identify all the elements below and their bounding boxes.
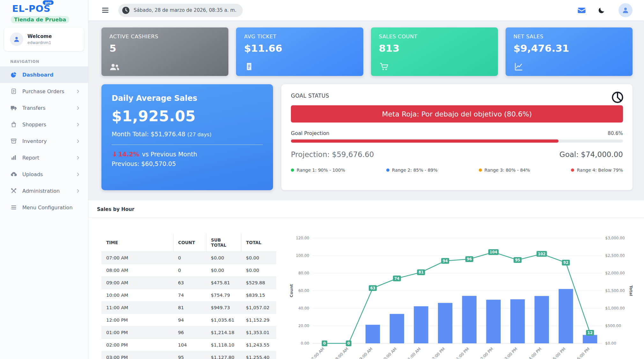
kpi-label: ACTIVE CASHIERS [109, 34, 220, 40]
table-cell: 08:00 AM [101, 264, 173, 277]
table-cell: 104 [173, 339, 206, 351]
sales-by-hour-title: Sales by Hour [88, 200, 644, 218]
brand: EL-POS pro Tienda de Prueba [0, 0, 88, 23]
chevron-right-icon [76, 89, 80, 94]
table-header-cell: SUB TOTAL [206, 234, 241, 252]
kpi-card-active-cashiers: ACTIVE CASHIERS5 [101, 27, 228, 76]
sidebar-item-dashboard[interactable]: Dashboard [0, 66, 88, 83]
sidebar-item-transfers[interactable]: Transfers [0, 100, 88, 116]
menu-toggle-icon[interactable] [101, 6, 109, 14]
sidebar: EL-POS pro Tienda de Prueba Welcome edwa… [0, 0, 88, 359]
table-row: 10:00 AM74$754.79$839.15 [101, 289, 276, 302]
sales-by-hour-table: TIMECOUNTSUB TOTALTOTAL 07:00 AM0$0.00$0… [101, 234, 276, 359]
mail-icon[interactable] [577, 6, 586, 15]
sidebar-item-purchase-orders[interactable]: Purchase Orders [0, 83, 88, 100]
transfers-icon [11, 105, 17, 111]
svg-text:81: 81 [418, 270, 424, 274]
range-legend-item: Range 4: Below 79% [571, 168, 623, 173]
table-cell: 01:00 PM [101, 326, 173, 339]
current-datetime: Sábado, 28 de marzo de 2026, 08:35 a. m. [134, 7, 236, 13]
date-pill: Sábado, 28 de marzo de 2026, 08:35 a. m. [118, 4, 243, 17]
table-cell: $0.00 [241, 252, 276, 264]
svg-text:$3,000.00: $3,000.00 [605, 236, 625, 240]
table-cell: 0 [173, 264, 206, 277]
dashboard-content: ACTIVE CASHIERS5AVG TICKET$11.66SALES CO… [88, 20, 644, 190]
svg-text:95: 95 [515, 258, 520, 262]
table-cell: $0.00 [206, 264, 241, 277]
table-cell: 12:00 PM [101, 314, 173, 326]
kpi-card-avg-ticket: AVG TICKET$11.66 [236, 27, 363, 76]
welcome-username: edwardnm1 [27, 40, 52, 45]
svg-text:06:00 PM: 06:00 PM [574, 347, 591, 359]
svg-text:74: 74 [394, 276, 399, 281]
svg-text:0.00: 0.00 [301, 341, 309, 346]
range-dot-icon [291, 168, 294, 172]
kpi-card-net-sales: NET SALES$9,476.31 [506, 27, 633, 76]
svg-text:$0.00: $0.00 [605, 341, 616, 346]
sidebar-item-administration[interactable]: Administration [0, 183, 88, 199]
svg-text:Count: Count [289, 284, 294, 297]
table-cell: $0.00 [241, 264, 276, 277]
goal-ranges-legend: Range 1: 90% - 100%Range 2: 85% - 89%Ran… [291, 168, 623, 173]
svg-text:Total: Total [629, 285, 633, 296]
sidebar-item-menu-configuration[interactable]: Menu Configuration [0, 199, 88, 216]
chevron-right-icon [76, 106, 80, 110]
profile-avatar[interactable] [618, 3, 633, 17]
table-cell: $1,057.02 [241, 302, 276, 314]
table-cell: 74 [173, 289, 206, 302]
svg-text:05:00 PM: 05:00 PM [550, 347, 566, 359]
svg-text:03:00 PM: 03:00 PM [502, 347, 518, 359]
user-avatar-icon [10, 33, 23, 46]
kpi-label: NET SALES [514, 34, 625, 40]
welcome-title: Welcome [27, 34, 52, 39]
receipt-icon [244, 62, 254, 71]
table-row: 08:00 AM0$0.00$0.00 [101, 264, 276, 277]
svg-text:$2,000.00: $2,000.00 [605, 271, 625, 275]
range-legend-item: Range 2: 85% - 89% [386, 168, 438, 173]
goal-alert-banner: Meta Roja: Por debajo del objetivo (80.6… [291, 105, 623, 123]
sidebar-item-label: Report [22, 155, 39, 161]
svg-text:08:00 AM: 08:00 AM [333, 347, 350, 359]
chevron-right-icon [76, 155, 80, 160]
chart-line-icon [514, 62, 524, 71]
svg-text:04:00 PM: 04:00 PM [526, 347, 543, 359]
daily-average-title: Daily Average Sales [112, 94, 263, 103]
table-row: 11:00 AM81$949.73$1,057.02 [101, 302, 276, 314]
svg-text:0: 0 [347, 341, 350, 346]
sidebar-item-inventory[interactable]: Inventory [0, 133, 88, 149]
kpi-value: $9,476.31 [514, 42, 625, 54]
svg-text:120.00: 120.00 [296, 236, 309, 240]
table-row: 02:00 PM104$1,118.10$1,243.55 [101, 339, 276, 351]
table-cell: 95 [173, 351, 206, 359]
svg-text:10:00 AM: 10:00 AM [381, 347, 398, 359]
previous-month-value: Previous: $60,570.05 [112, 160, 263, 167]
sales-by-hour-panel: Sales by Hour TIMECOUNTSUB TOTALTOTAL 07… [88, 200, 644, 359]
table-cell: 02:00 PM [101, 339, 173, 351]
chevron-right-icon [76, 189, 80, 193]
cart-icon [379, 62, 389, 71]
goal-amount: Goal: $74,000.00 [559, 150, 623, 159]
table-cell: $1,214.18 [206, 326, 241, 339]
app: EL-POS pro Tienda de Prueba Welcome edwa… [0, 0, 644, 359]
sidebar-nav: DashboardPurchase OrdersTransfersShopper… [0, 66, 88, 216]
table-cell: $754.79 [206, 289, 241, 302]
sidebar-item-shoppers[interactable]: Shoppers [0, 116, 88, 133]
dark-mode-icon[interactable] [598, 7, 605, 14]
sidebar-item-uploads[interactable]: Uploads [0, 166, 88, 183]
svg-text:09:00 AM: 09:00 AM [357, 347, 374, 359]
sidebar-item-report[interactable]: Report [0, 149, 88, 166]
purchase-orders-icon [11, 88, 17, 94]
brand-pro-badge: pro [43, 0, 54, 5]
range-dot-icon [386, 168, 389, 172]
goal-progress-fill [291, 139, 559, 143]
report-icon [11, 154, 17, 161]
kpi-value: 5 [109, 42, 220, 54]
table-cell: 07:00 AM [101, 252, 173, 264]
sidebar-item-label: Uploads [22, 171, 43, 177]
sidebar-item-label: Purchase Orders [22, 88, 64, 94]
kpi-label: SALES COUNT [379, 34, 490, 40]
range-label: Range 3: 80% - 84% [485, 168, 530, 173]
range-legend-item: Range 1: 90% - 100% [291, 168, 345, 173]
sidebar-item-label: Menu Configuration [22, 205, 73, 211]
table-cell: $1,127.80 [206, 351, 241, 359]
